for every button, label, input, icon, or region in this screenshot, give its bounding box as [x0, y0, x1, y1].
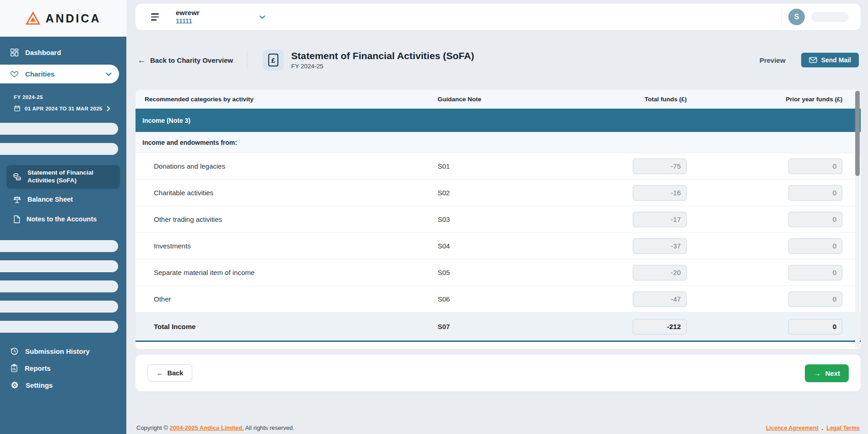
pound-receipt-icon: £: [268, 54, 278, 66]
table-row: Donations and legacies S01: [136, 153, 861, 180]
back-button[interactable]: ← Back: [147, 364, 192, 382]
andica-limited-link[interactable]: 2004-2025 Andica Limited.: [169, 424, 244, 431]
column-header-prior-year-funds: Prior year funds (£): [687, 96, 842, 103]
sidebar-item-submission-history[interactable]: Submission History: [0, 343, 126, 360]
total-funds-input[interactable]: [633, 185, 687, 201]
logo[interactable]: ANDICA: [0, 0, 126, 37]
sidebar-item-label: Balance Sheet: [27, 196, 73, 203]
fy-label: FY 2024-25: [0, 94, 126, 100]
prior-year-input[interactable]: [788, 212, 842, 227]
actions-bar: ← Back → Next: [136, 355, 861, 391]
menu-toggle-icon[interactable]: [151, 13, 159, 20]
row-label: Other trading activities: [136, 215, 438, 223]
sidebar-item-balance-sheet[interactable]: Balance Sheet: [0, 190, 126, 209]
prior-year-input[interactable]: [788, 319, 842, 335]
prior-year-input[interactable]: [788, 291, 842, 307]
sidebar-item-placeholder[interactable]: [0, 301, 118, 313]
sidebar-item-placeholder[interactable]: [0, 260, 118, 272]
total-funds-input[interactable]: [633, 291, 687, 307]
charity-name: ewrewr: [176, 9, 200, 17]
avatar[interactable]: S: [788, 9, 805, 25]
table-scrollbar-thumb[interactable]: [855, 91, 860, 176]
preview-link[interactable]: Preview: [760, 56, 786, 64]
main-content: ewrewr 11111 S ← Back to Charity Overvie…: [126, 0, 868, 434]
next-button[interactable]: → Next: [805, 364, 849, 382]
dashboard-icon: [10, 48, 19, 57]
sidebar-item-placeholder[interactable]: [0, 240, 118, 252]
balance-scale-icon: [13, 195, 22, 204]
sofa-page-icon: £: [263, 49, 284, 71]
sidebar-item-label: Reports: [25, 364, 51, 372]
licence-agreement-link[interactable]: Licence Agreement: [766, 425, 819, 431]
row-label: Separate material item of income: [136, 269, 438, 276]
guidance-note: S04: [438, 242, 540, 250]
envelope-icon: [809, 57, 817, 63]
calendar-icon: [14, 105, 21, 112]
row-label: Total Income: [136, 323, 438, 330]
charity-switcher[interactable]: ewrewr 11111: [176, 9, 200, 25]
guidance-note: S01: [438, 162, 540, 170]
prior-year-input[interactable]: [788, 159, 842, 174]
sidebar-item-reports[interactable]: Reports: [0, 360, 126, 377]
table-header-row: Recommended categories by activity Guida…: [136, 90, 861, 109]
sidebar-item-label: Settings: [26, 381, 53, 389]
chevron-down-icon[interactable]: [259, 15, 266, 19]
gear-icon: ⚙: [10, 381, 19, 390]
total-funds-input[interactable]: [633, 265, 687, 280]
sidebar-item-placeholder[interactable]: [0, 321, 118, 333]
sidebar-item-sofa[interactable]: Statement of Financial Activities (SoFA): [6, 165, 120, 189]
sofa-table-card: Recommended categories by activity Guida…: [136, 90, 861, 349]
divider: [781, 9, 782, 25]
prior-year-input[interactable]: [788, 265, 842, 280]
total-funds-input[interactable]: [633, 212, 687, 227]
charity-heart-icon: [10, 70, 19, 78]
sidebar-item-placeholder[interactable]: [0, 280, 118, 292]
total-funds-input[interactable]: [633, 159, 687, 174]
coins-icon: [13, 172, 22, 181]
guidance-note: S02: [438, 189, 540, 197]
divider: [247, 50, 247, 70]
arrow-left-icon: ←: [157, 369, 163, 377]
sidebar-item-settings[interactable]: ⚙ Settings: [0, 377, 126, 394]
arrow-right-icon: →: [814, 369, 820, 377]
charity-number: 11111: [176, 17, 200, 26]
sidebar-item-charities[interactable]: Charities: [0, 65, 119, 83]
logo-wordmark: ANDICA: [45, 12, 101, 25]
footer: Copyright © 2004-2025 Andica Limited. Al…: [136, 424, 861, 431]
row-label: Other: [136, 295, 438, 303]
topbar: ewrewr 11111 S: [136, 4, 861, 30]
history-clock-icon: [10, 347, 19, 356]
row-label: Investments: [136, 242, 438, 250]
prior-year-input[interactable]: [788, 185, 842, 201]
sidebar-item-label: Submission History: [25, 347, 90, 355]
andica-logo-icon: [25, 11, 41, 25]
arrow-left-icon: ←: [137, 56, 146, 65]
sidebar-item-notes[interactable]: Notes to the Accounts: [0, 209, 126, 229]
total-funds-input[interactable]: [633, 319, 687, 335]
guidance-note: S03: [438, 215, 540, 223]
total-funds-input[interactable]: [633, 238, 687, 254]
send-mail-button[interactable]: Send Mail: [801, 53, 859, 67]
back-to-overview-link[interactable]: ← Back to Charity Overview: [137, 56, 233, 65]
legal-terms-link[interactable]: Legal Terms: [826, 425, 860, 431]
sidebar-item-placeholder[interactable]: [0, 123, 118, 135]
prior-year-input[interactable]: [788, 238, 842, 254]
page-title: Statement of Financial Activities (SoFA): [291, 50, 474, 61]
user-name-placeholder: [811, 12, 849, 22]
back-link-label: Back to Charity Overview: [150, 56, 233, 64]
sidebar-item-dashboard[interactable]: Dashboard: [0, 44, 126, 61]
sidebar-item-placeholder[interactable]: [0, 143, 118, 155]
back-button-label: Back: [168, 369, 184, 377]
chevron-right-icon: [107, 106, 110, 111]
row-label: Donations and legacies: [136, 162, 438, 170]
group-label-row: Income and endowments from:: [136, 132, 861, 153]
next-button-label: Next: [825, 369, 840, 377]
sidebar-item-period[interactable]: 01 APR 2024 TO 31 MAR 2025: [0, 105, 126, 112]
send-mail-label: Send Mail: [821, 56, 851, 64]
sidebar-item-label: Statement of Financial Activities (SoFA): [27, 169, 105, 185]
table-row: Other S06: [136, 286, 861, 313]
section-income-band: Income (Note 3): [136, 109, 861, 132]
separator-dot: .: [822, 425, 823, 431]
table-row: Other trading activities S03: [136, 206, 861, 233]
copyright-suffix: All rights reserved.: [244, 424, 295, 431]
